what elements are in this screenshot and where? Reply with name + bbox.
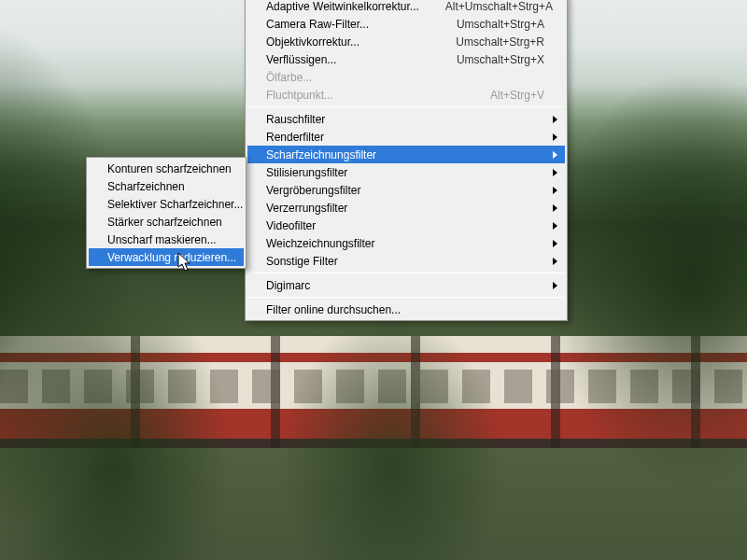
menu-item-label: Camera Raw-Filter... <box>266 18 430 31</box>
menu-item-label: Digimarc <box>266 279 544 292</box>
menu-item-label: Objektivkorrektur... <box>266 35 430 49</box>
menu-item-label: Verwacklung reduzieren... <box>107 251 236 264</box>
menu-item-blur[interactable]: Weichzeichnungsfilter <box>247 234 565 252</box>
menu-item-label: Adaptive Weitwinkelkorrektur... <box>266 0 419 13</box>
submenu-item-sharpen-edges[interactable]: Konturen scharfzeichnen <box>89 160 244 177</box>
menu-item-label: Filter online durchsuchen... <box>266 303 544 316</box>
image-canvas[interactable]: Adaptive Weitwinkelkorrektur... Alt+Umsc… <box>0 0 747 560</box>
submenu-item-sharpen[interactable]: Scharfzeichnen <box>89 177 244 195</box>
menu-item-distort[interactable]: Verzerrungsfilter <box>247 199 565 217</box>
menu-item-label: Unscharf maskieren... <box>107 233 223 246</box>
menu-item-shortcut: Umschalt+Strg+A <box>457 18 544 31</box>
menu-item-label: Fluchtpunkt... <box>266 89 464 102</box>
menu-item-label: Scharfzeichnungsfilter <box>266 148 544 161</box>
menu-item-video[interactable]: Videofilter <box>247 217 565 234</box>
menu-item-shortcut: Umschalt+Strg+X <box>457 53 544 66</box>
menu-item-label: Videofilter <box>266 219 544 232</box>
menu-item-label: Stilisierungsfilter <box>266 166 544 179</box>
menu-item-browse-filters-online[interactable]: Filter online durchsuchen... <box>247 301 565 318</box>
menu-item-label: Verflüssigen... <box>266 53 430 66</box>
menu-item-shortcut: Umschalt+Strg+R <box>456 35 544 49</box>
menu-item-label: Verzerrungsfilter <box>266 202 544 215</box>
menu-item-oil-paint: Ölfarbe... <box>247 68 565 86</box>
menu-item-render[interactable]: Renderfilter <box>247 128 565 146</box>
menu-item-label: Scharfzeichnen <box>107 180 223 193</box>
sharpen-submenu: Konturen scharfzeichnen Scharfzeichnen S… <box>86 157 247 269</box>
image-train-windows <box>0 370 747 403</box>
menu-item-vanishing-point: Fluchtpunkt... Alt+Strg+V <box>247 86 565 104</box>
menu-item-camera-raw[interactable]: Camera Raw-Filter... Umschalt+Strg+A <box>247 15 565 33</box>
menu-item-pixelate[interactable]: Vergröberungsfilter <box>247 181 565 199</box>
submenu-item-sharpen-more[interactable]: Stärker scharfzeichnen <box>89 213 244 231</box>
menu-item-stylize[interactable]: Stilisierungsfilter <box>247 163 565 181</box>
menu-item-noise[interactable]: Rauschfilter <box>247 110 565 128</box>
menu-item-label: Ölfarbe... <box>266 71 544 84</box>
menu-item-other[interactable]: Sonstige Filter <box>247 252 565 270</box>
menu-item-adaptive-wide-angle[interactable]: Adaptive Weitwinkelkorrektur... Alt+Umsc… <box>247 0 565 15</box>
menu-item-shortcut: Alt+Strg+V <box>490 89 544 102</box>
menu-item-lens-correction[interactable]: Objektivkorrektur... Umschalt+Strg+R <box>247 33 565 50</box>
menu-item-digimarc[interactable]: Digimarc <box>247 276 565 294</box>
menu-item-label: Weichzeichnungsfilter <box>266 237 544 250</box>
filter-menu: Adaptive Weitwinkelkorrektur... Alt+Umsc… <box>245 0 568 321</box>
menu-item-label: Sonstige Filter <box>266 255 544 268</box>
menu-item-label: Rauschfilter <box>266 113 544 126</box>
menu-item-sharpen[interactable]: Scharfzeichnungsfilter <box>247 146 565 163</box>
submenu-item-smart-sharpen[interactable]: Selektiver Scharfzeichner... <box>89 195 244 213</box>
menu-item-label: Konturen scharfzeichnen <box>107 162 232 175</box>
menu-item-shortcut: Alt+Umschalt+Strg+A <box>445 0 553 13</box>
menu-item-label: Vergröberungsfilter <box>266 184 544 197</box>
menu-item-label: Stärker scharfzeichnen <box>107 216 223 229</box>
menu-separator <box>248 273 564 273</box>
menu-item-label: Renderfilter <box>266 131 544 144</box>
submenu-item-unsharp-mask[interactable]: Unscharf maskieren... <box>89 231 244 248</box>
menu-item-liquify[interactable]: Verflüssigen... Umschalt+Strg+X <box>247 50 565 68</box>
menu-item-label: Selektiver Scharfzeichner... <box>107 198 243 211</box>
menu-separator <box>248 106 564 107</box>
menu-separator <box>248 297 564 298</box>
submenu-item-shake-reduction[interactable]: Verwacklung reduzieren... <box>89 248 244 266</box>
